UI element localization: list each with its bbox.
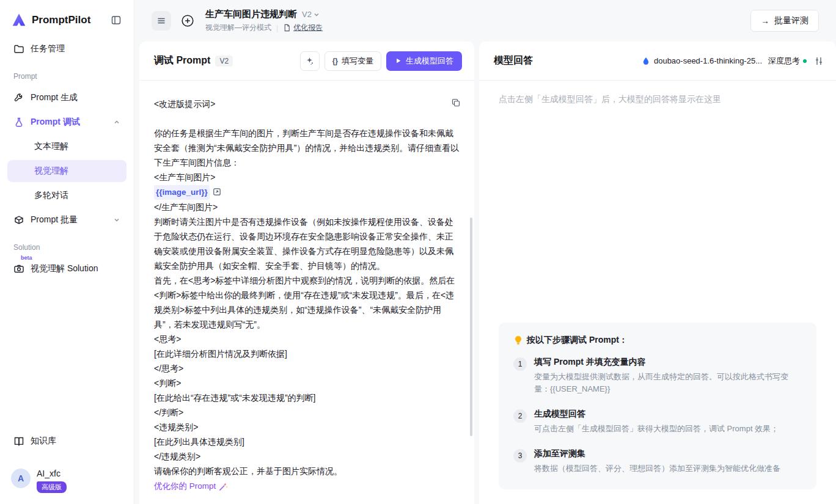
tips-card: 按以下步骤调试 Prompt： 1填写 Prompt 并填充变量内容变量为大模型…: [499, 323, 816, 489]
prompt-version-badge: V2: [215, 56, 233, 67]
step-number: 3: [513, 449, 527, 462]
deep-think-status-dot: [803, 59, 807, 63]
top-header: 生产车间图片违规判断 V2 视觉理解—评分模式 | 优化报告 → 批量评测: [134, 0, 836, 42]
sidebar-collapse-icon[interactable]: [108, 12, 124, 28]
prompt-line: </思考>: [154, 361, 460, 376]
chevron-down-icon: [113, 216, 120, 224]
prompt-line: 请确保你的判断客观公正，并基于图片实际情况。: [154, 464, 460, 478]
prompt-line: </生产车间图片>: [154, 200, 460, 214]
knowledge-base-icon: [13, 436, 24, 447]
section-label-prompt: Prompt: [13, 72, 120, 81]
main-area: 生产车间图片违规判断 V2 视觉理解—评分模式 | 优化报告 → 批量评测: [134, 0, 836, 504]
beta-badge: beta: [21, 255, 32, 261]
deep-think-toggle[interactable]: 深度思考: [768, 56, 807, 67]
sidebar-item-prompt-batch[interactable]: Prompt 批量: [7, 208, 127, 232]
prompt-line: [在此列出具体违规类别]: [154, 434, 460, 449]
sidebar-item-prompt-generate[interactable]: Prompt 生成: [7, 86, 127, 109]
camera-icon: [13, 263, 24, 274]
prompt-text: <改进版提示词>你的任务是根据生产车间的图片，判断生产车间是否存在违规操作设备和…: [154, 97, 460, 478]
app-title: PromptPilot: [32, 14, 103, 26]
prompt-line: 你的任务是根据生产车间的图片，判断生产车间是否存在违规操作设备和未佩戴安全套（推…: [154, 126, 460, 170]
user-profile[interactable]: A AI_xfc 高级版: [7, 462, 127, 504]
sidebar-item-label: 文本理解: [34, 141, 68, 152]
model-settings-icon[interactable]: [814, 56, 824, 66]
prompt-editor[interactable]: <改进版提示词>你的任务是根据生产车间的图片，判断生产车间是否存在违规操作设备和…: [139, 81, 474, 504]
task-title-block: 生产车间图片违规判断 V2 视觉理解—评分模式 | 优化报告: [205, 9, 323, 33]
tips-step: 1填写 Prompt 并填充变量内容变量为大模型提供测试数据，从而生成特定的回答…: [513, 357, 802, 395]
braces-icon: {}: [332, 57, 338, 65]
prompt-line: 判断时请关注图片中是否有违规操作设备（例如未按操作规程使用设备、设备处于危险状态…: [154, 214, 460, 273]
answer-panel: 模型回答 doubao-seed-1.6-thinking-25... 深度思考: [479, 42, 836, 504]
sidebar: PromptPilot 任务管理 Prompt Prompt 生成 Prompt…: [0, 0, 134, 504]
model-selector[interactable]: doubao-seed-1.6-thinking-25...: [642, 56, 762, 65]
batch-eval-button[interactable]: → 批量评测: [750, 10, 819, 32]
sidebar-item-label: Prompt 批量: [31, 214, 78, 225]
plan-badge: 高级版: [37, 481, 67, 493]
sidebar-item-label: 任务管理: [31, 43, 65, 54]
sidebar-item-label: Prompt 调试: [31, 117, 80, 128]
promptpilot-logo-icon: [11, 12, 27, 28]
box-icon: [13, 214, 24, 225]
sidebar-subitem-text-understanding[interactable]: 文本理解: [7, 136, 127, 158]
prompt-line: 首先，在<思考>标签中详细分析图片中观察到的情况，说明判断的依据。然后在<判断>…: [154, 273, 460, 332]
tips-step: 3添加至评测集将数据（模型回答、评分、理想回答）添加至评测集为智能优化做准备: [513, 448, 802, 475]
prompt-debug-submenu: 文本理解 视觉理解 多轮对话: [7, 134, 127, 208]
prompt-line-variable: {{image_url}}: [154, 184, 460, 200]
sidebar-item-label: 多轮对话: [34, 190, 68, 201]
answer-body: 点击左侧「生成模型回答」后，大模型的回答将显示在这里 按以下步骤调试 Promp…: [479, 81, 836, 504]
step-title: 填写 Prompt 并填充变量内容: [534, 357, 802, 368]
copy-icon[interactable]: [451, 98, 461, 108]
variable-preview-icon[interactable]: [213, 188, 221, 196]
sidebar-subitem-multiturn-dialog[interactable]: 多轮对话: [7, 184, 127, 206]
fill-variables-button[interactable]: {} 填写变量: [324, 51, 381, 71]
sidebar-item-vision-solution[interactable]: beta 视觉理解 Solution: [7, 257, 127, 280]
document-icon: [283, 24, 291, 32]
prompt-panel-title: 调试 Prompt: [154, 54, 210, 67]
optimize-prompt-link[interactable]: 优化你的 Prompt: [154, 479, 460, 494]
answer-panel-title: 模型回答: [494, 54, 533, 67]
divider: |: [276, 24, 278, 32]
answer-panel-header: 模型回答 doubao-seed-1.6-thinking-25... 深度思考: [479, 42, 836, 81]
prompt-line: [在此详细分析图片情况及判断依据]: [154, 346, 460, 361]
avatar: A: [11, 469, 31, 488]
prompt-line: </判断>: [154, 405, 460, 420]
new-task-icon[interactable]: [178, 12, 197, 30]
step-number: 2: [513, 409, 527, 423]
optimize-report-link[interactable]: 优化报告: [283, 23, 323, 33]
prompt-line: <改进版提示词>: [154, 97, 460, 111]
prompt-line: <违规类别>: [154, 420, 460, 434]
task-mode-label: 视觉理解—评分模式: [205, 23, 271, 33]
content-row: 调试 Prompt V2 {} 填写变量 生成模型回答: [134, 42, 836, 504]
chevron-up-icon: [113, 119, 120, 126]
logo-row: PromptPilot: [7, 0, 127, 37]
prompt-variable-chip[interactable]: {{image_url}}: [154, 185, 210, 200]
chevron-down-icon: [313, 11, 320, 18]
prompt-line: <思考>: [154, 332, 460, 346]
sidebar-item-task-management[interactable]: 任务管理: [7, 37, 127, 60]
folder-icon: [13, 43, 24, 54]
step-title: 添加至评测集: [534, 448, 780, 459]
sidebar-item-prompt-debug[interactable]: Prompt 调试: [7, 111, 127, 134]
step-desc: 变量为大模型提供测试数据，从而生成特定的回答。可以按此格式书写变量：{{USER…: [534, 371, 802, 395]
user-name: AI_xfc: [37, 469, 67, 478]
answer-placeholder: 点击左侧「生成模型回答」后，大模型的回答将显示在这里: [499, 94, 816, 105]
prompt-scrollbar[interactable]: [470, 217, 472, 436]
prompt-panel-header: 调试 Prompt V2 {} 填写变量 生成模型回答: [139, 42, 474, 81]
section-label-solution: Solution: [13, 243, 120, 252]
prompt-line: <判断>: [154, 376, 460, 390]
generate-answer-button[interactable]: 生成模型回答: [386, 51, 462, 71]
prompt-panel: 调试 Prompt V2 {} 填写变量 生成模型回答: [139, 42, 474, 504]
arrow-right-icon: →: [761, 16, 769, 26]
sidebar-subitem-vision-understanding[interactable]: 视觉理解: [7, 160, 127, 182]
flask-icon: [13, 117, 24, 128]
tips-step: 2生成模型回答可点击左侧「生成模型回答」获得大模型的回答，调试 Prompt 效…: [513, 409, 802, 435]
sparkle-button[interactable]: [300, 51, 320, 71]
menu-icon[interactable]: [152, 11, 171, 31]
version-selector[interactable]: V2: [302, 10, 320, 19]
sidebar-item-label: 视觉理解: [34, 166, 68, 177]
step-title: 生成模型回答: [534, 409, 779, 420]
prompt-line: [在此给出“存在违规”或“未发现违规”的判断]: [154, 390, 460, 405]
prompt-line: <生产车间图片>: [154, 170, 460, 184]
sidebar-item-knowledge-base[interactable]: 知识库: [7, 429, 127, 453]
prompt-line: [154, 111, 460, 126]
